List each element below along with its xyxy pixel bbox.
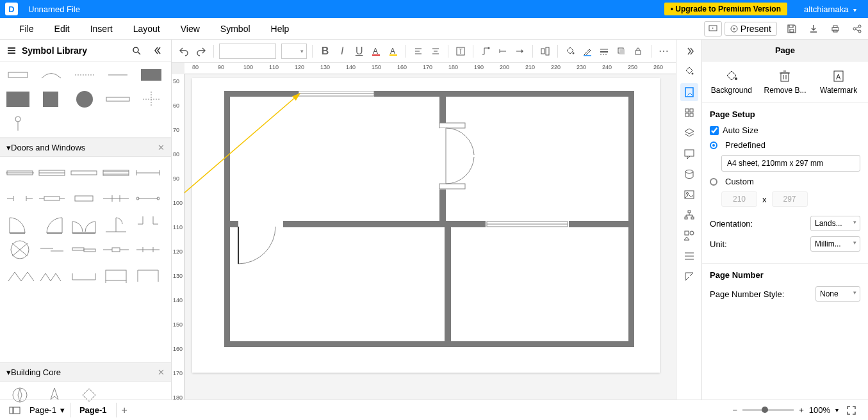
more-button[interactable]: ⋯ bbox=[656, 43, 671, 60]
line-end-button[interactable] bbox=[512, 43, 527, 60]
symbol-door[interactable] bbox=[37, 213, 67, 235]
symbol-bifold[interactable] bbox=[37, 264, 67, 286]
redo-button[interactable] bbox=[194, 43, 209, 60]
align-objects-button[interactable] bbox=[538, 43, 553, 60]
comment-icon[interactable] bbox=[680, 145, 698, 163]
fullscreen-icon[interactable] bbox=[844, 405, 859, 416]
shapes-panel-icon[interactable] bbox=[680, 227, 698, 245]
zoom-in-button[interactable]: + bbox=[799, 405, 804, 415]
unit-select[interactable]: Millim... bbox=[810, 236, 860, 252]
symbol-opening[interactable] bbox=[37, 188, 67, 209]
connector-button[interactable] bbox=[479, 43, 493, 60]
symbol-door[interactable] bbox=[133, 213, 163, 235]
shadow-button[interactable] bbox=[614, 43, 629, 60]
underline-button[interactable]: U bbox=[352, 43, 366, 60]
collapse-icon[interactable] bbox=[149, 45, 165, 56]
text-color-button[interactable]: A bbox=[369, 43, 384, 60]
symbol-window[interactable] bbox=[133, 162, 163, 184]
user-menu[interactable]: altchiamaka ▾ bbox=[798, 4, 863, 14]
shape-swatch[interactable] bbox=[70, 65, 99, 85]
shape-swatch[interactable] bbox=[137, 65, 165, 85]
data-icon[interactable] bbox=[680, 165, 698, 183]
shape-swatch[interactable] bbox=[37, 65, 65, 85]
menu-layout[interactable]: Layout bbox=[123, 24, 170, 34]
align-vertical-button[interactable] bbox=[428, 43, 443, 60]
share-icon[interactable] bbox=[848, 20, 867, 37]
zoom-value[interactable]: 100% bbox=[809, 405, 830, 415]
drawing-page[interactable] bbox=[192, 78, 660, 373]
close-icon[interactable]: ✕ bbox=[158, 143, 165, 152]
predefined-radio[interactable]: Predefined bbox=[710, 140, 860, 150]
bold-button[interactable]: B bbox=[318, 43, 332, 60]
line-style-button[interactable] bbox=[597, 43, 612, 60]
zoom-slider[interactable] bbox=[742, 409, 794, 411]
symbol-door[interactable] bbox=[5, 213, 35, 235]
custom-width-input[interactable]: 210 bbox=[721, 191, 757, 207]
italic-button[interactable]: I bbox=[335, 43, 350, 60]
text-tool-button[interactable]: T bbox=[454, 43, 468, 60]
remove-background-button[interactable]: Remove B... bbox=[762, 69, 807, 95]
symbol-garage-door[interactable] bbox=[101, 264, 131, 286]
expand-rail-icon[interactable] bbox=[680, 42, 698, 60]
symbol-opening[interactable] bbox=[133, 264, 163, 286]
watermark-button[interactable]: A Watermark bbox=[816, 69, 861, 95]
align-horizontal-button[interactable] bbox=[411, 43, 426, 60]
menu-insert[interactable]: Insert bbox=[80, 24, 123, 34]
upgrade-button[interactable]: • Upgrade to Premium Version bbox=[664, 3, 787, 15]
grid-icon[interactable] bbox=[680, 104, 698, 122]
tree-icon[interactable] bbox=[680, 206, 698, 224]
zoom-out-button[interactable]: − bbox=[733, 405, 738, 415]
page-size-preset[interactable]: A4 sheet, 210mm x 297 mm bbox=[721, 155, 860, 172]
symbol-revolving-door[interactable] bbox=[5, 239, 35, 261]
shape-swatch[interactable] bbox=[70, 90, 99, 109]
shape-swatch[interactable] bbox=[104, 90, 132, 109]
symbol-door[interactable] bbox=[101, 213, 131, 235]
page-tab-active[interactable]: Page-1 bbox=[70, 403, 117, 417]
page-number-style-select[interactable]: None bbox=[815, 286, 860, 302]
page-dropdown[interactable]: Page-1 ▾ bbox=[24, 405, 70, 415]
orientation-select[interactable]: Lands... bbox=[810, 216, 860, 231]
navigator-icon[interactable] bbox=[680, 268, 698, 286]
floor-plan-drawing[interactable] bbox=[224, 91, 634, 347]
shape-swatch[interactable] bbox=[4, 65, 32, 85]
print-icon[interactable] bbox=[826, 20, 845, 37]
shape-swatch[interactable] bbox=[37, 90, 65, 109]
history-icon[interactable] bbox=[680, 247, 698, 265]
line-start-button[interactable] bbox=[496, 43, 511, 60]
symbol-opening[interactable] bbox=[5, 188, 35, 209]
symbol-window[interactable] bbox=[5, 162, 35, 184]
line-color-button[interactable] bbox=[580, 43, 594, 60]
search-icon[interactable] bbox=[129, 45, 144, 56]
font-size-select[interactable] bbox=[281, 44, 307, 59]
shape-swatch[interactable] bbox=[4, 90, 32, 109]
custom-radio[interactable]: Custom bbox=[710, 177, 860, 186]
lock-button[interactable] bbox=[631, 43, 646, 60]
symbol-sliding-door[interactable] bbox=[69, 239, 99, 261]
symbol-window[interactable] bbox=[37, 162, 67, 184]
fill-button[interactable] bbox=[563, 43, 578, 60]
add-page-button[interactable]: + bbox=[117, 405, 133, 416]
present-button[interactable]: Present bbox=[725, 22, 777, 36]
symbol-window[interactable] bbox=[69, 162, 99, 184]
symbol-opening[interactable] bbox=[69, 188, 99, 209]
menu-file[interactable]: File bbox=[9, 24, 44, 34]
symbol-bifold-door[interactable] bbox=[133, 239, 163, 261]
layers-icon[interactable] bbox=[680, 124, 698, 142]
save-icon[interactable] bbox=[782, 20, 801, 37]
custom-height-input[interactable]: 297 bbox=[772, 191, 808, 207]
menu-symbol[interactable]: Symbol bbox=[210, 24, 261, 34]
category-building-core[interactable]: ▾ Building Core ✕ bbox=[0, 362, 171, 382]
symbol-garage-door[interactable] bbox=[69, 264, 99, 286]
menu-view[interactable]: View bbox=[170, 24, 210, 34]
canvas-area[interactable]: 8090100110120130140150160170180190200210… bbox=[172, 63, 676, 400]
theme-icon[interactable] bbox=[680, 63, 698, 81]
download-icon[interactable] bbox=[804, 20, 823, 37]
chevron-down-icon[interactable]: ▾ bbox=[835, 407, 839, 414]
menu-help[interactable]: Help bbox=[261, 24, 300, 34]
shape-swatch[interactable] bbox=[4, 114, 32, 133]
category-doors-windows[interactable]: ▾ Doors and Windows ✕ bbox=[0, 138, 171, 157]
menu-edit[interactable]: Edit bbox=[44, 24, 80, 34]
auto-size-checkbox[interactable] bbox=[710, 126, 719, 135]
close-icon[interactable]: ✕ bbox=[158, 368, 165, 377]
undo-button[interactable] bbox=[177, 43, 192, 60]
